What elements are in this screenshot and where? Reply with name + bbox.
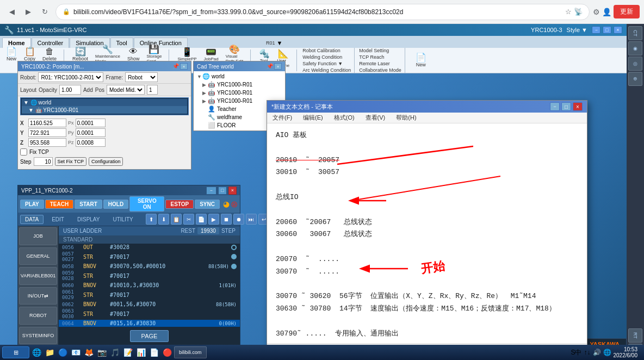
remote-laser-label[interactable]: Remote Laser [359, 61, 390, 66]
taskbar-red-icon[interactable]: 🔴 [161, 346, 173, 358]
maximize-btn[interactable]: □ [603, 26, 611, 34]
sync-btn[interactable]: SYNC [195, 200, 220, 209]
vpp-icon-6[interactable]: ▶ [208, 214, 219, 225]
vpp-tab-data[interactable]: DATA [20, 215, 44, 224]
fix-tcp-checkbox[interactable] [20, 148, 27, 156]
taskbar-mail-icon[interactable]: 📧 [70, 346, 82, 358]
star-icon[interactable]: ☆ [565, 8, 572, 16]
extensions-icon[interactable]: ⚙ [593, 8, 600, 16]
robot-select[interactable]: R01: YRC1000-2-R01 [38, 72, 103, 82]
taskbar-media-icon[interactable]: 🎵 [109, 346, 121, 358]
right-btn-view2[interactable]: ◉ [628, 41, 642, 55]
notepad-body[interactable]: AIO 基板 20010 ˜ 20057 30010 ˜ 30057 总线IO … [267, 123, 587, 343]
code-line-0056[interactable]: 0056 OUT #30028 [59, 244, 240, 251]
z-input[interactable] [28, 138, 66, 147]
world-item[interactable]: ▼ 🌐 world [22, 99, 187, 106]
vpp-icon-5[interactable]: 📄 [196, 214, 207, 225]
vpp-icon-1[interactable]: ⬆ [146, 214, 157, 225]
variable-nav-btn[interactable]: VARIABLE B001 [19, 267, 57, 285]
taskbar-explorer-icon[interactable]: 📁 [44, 346, 55, 358]
y-inc-input[interactable] [76, 128, 106, 137]
collaborative-mode-label[interactable]: Collaborative Mode [359, 67, 401, 73]
code-line-0058[interactable]: 0058 BNOV #30070,500,#00010 88(58H) [59, 263, 240, 270]
code-line-0063[interactable]: 0063 0030 STR #70017 [59, 308, 240, 320]
taskbar-bilibili-item[interactable]: bilibili.com [174, 346, 207, 358]
taskbar-chrome-icon[interactable]: 🔵 [57, 346, 69, 358]
robot-nav-btn[interactable]: ROBOT [19, 307, 57, 325]
address-bar[interactable]: 🔒 bilibili.com/video/BV1FG411a76E/?spm_i… [55, 4, 590, 20]
menu-format[interactable]: 格式(O) [332, 114, 357, 122]
welding-condition-label[interactable]: Welding Condition [302, 54, 342, 60]
panel-cad-dock[interactable]: 📌 [267, 63, 273, 70]
vpp-icon-4[interactable]: ✂ [183, 214, 194, 225]
code-line-0064[interactable]: 0064 BNOV #015,16,#30830 0(00H) [59, 320, 240, 327]
taskbar-pdf-icon[interactable]: 📄 [148, 346, 160, 358]
menu-help[interactable]: 帮助(H) [394, 114, 418, 122]
cast-icon[interactable]: 📡 [574, 8, 583, 16]
code-line-0062[interactable]: 0062 BNOV #001,56,#30070 88(58H) [59, 301, 240, 308]
code-line-0060[interactable]: 0060 BNOV #10010,3,#30030 1(01H) [59, 282, 240, 289]
back-button[interactable]: ◀ [4, 4, 20, 20]
notepad-maximize-btn[interactable]: □ [561, 102, 571, 111]
page-btn[interactable]: PAGE [130, 330, 169, 342]
in-out-nav-btn[interactable]: IN/OUT ⇄ [19, 287, 57, 305]
code-line-0061[interactable]: 0061 0029 STR #70017 [59, 289, 240, 301]
x-input[interactable] [28, 119, 66, 127]
system-info-nav-btn[interactable]: SYSTEM INFO [19, 327, 57, 345]
vpp-tab-edit[interactable]: EDIT [47, 215, 69, 224]
hold-btn[interactable]: HOLD [103, 200, 128, 209]
menu-file[interactable]: 文件(F) [270, 114, 294, 122]
taskbar-firefox-icon[interactable]: 🦊 [83, 346, 95, 358]
notepad-close-btn[interactable]: × [573, 102, 583, 111]
estop-btn[interactable]: ESTOP [165, 200, 194, 209]
ribbon-btn-simplepp[interactable]: 📱 SimplePP [175, 46, 199, 63]
robot-calibration-label[interactable]: Robot Calibration [302, 48, 340, 53]
step-input[interactable] [34, 157, 53, 166]
vpp-close-btn[interactable]: × [228, 187, 237, 195]
right-btn-view3[interactable]: ◎ [628, 57, 642, 71]
tcp-reach-label[interactable]: TCP Reach [359, 54, 384, 60]
safety-function-label[interactable]: Safety Function ▼ [302, 61, 343, 66]
forward-button[interactable]: ▶ [21, 4, 36, 20]
minimize-btn[interactable]: － [592, 26, 600, 34]
close-btn[interactable]: × [614, 26, 622, 34]
panel-vrc-close[interactable]: × [180, 63, 188, 70]
panel-vrc-dock[interactable]: 📌 [172, 63, 179, 70]
right-btn-rt[interactable]: RT [628, 328, 642, 343]
opacity-input[interactable] [59, 85, 81, 95]
refresh-button[interactable]: ↻ [37, 4, 52, 20]
taskbar-notepad-icon[interactable]: 📝 [122, 346, 134, 358]
right-btn-view4[interactable]: ⊕ [628, 72, 642, 86]
vpp-minimize-btn[interactable]: － [206, 187, 216, 195]
z-inc-input[interactable] [76, 138, 106, 147]
user-icon[interactable]: 👤 [602, 8, 611, 16]
tray-globe-icon[interactable]: 🌐 [603, 349, 611, 356]
code-line-0059[interactable]: 0059 0028 STR #70017 [59, 270, 240, 282]
model-select[interactable]: Model Mid. [107, 85, 145, 95]
taskbar-camera-icon[interactable]: 📷 [96, 346, 108, 358]
vpp-icon-7[interactable]: ⏹ [221, 214, 232, 225]
model-setting-label[interactable]: Model Setting [359, 48, 389, 53]
x-inc-input[interactable] [76, 119, 106, 127]
taskbar-ie-icon[interactable]: 🌐 [30, 346, 42, 358]
tree-item-world[interactable]: ▼ 🌐 world [195, 72, 284, 80]
vpp-icon-8[interactable]: ⏺ [233, 214, 244, 225]
panel-cad-close[interactable]: × [274, 63, 282, 70]
general-nav-btn[interactable]: GENERAL [19, 247, 57, 265]
model-num-input[interactable] [147, 85, 158, 95]
ribbon-btn-new2[interactable]: 📄 New [413, 52, 429, 69]
vpp-icon-9[interactable]: ⏭ [246, 214, 257, 225]
job-nav-btn[interactable]: JOB [19, 227, 57, 245]
menu-view[interactable]: 查看(V) [363, 114, 388, 122]
panel-vpp[interactable]: VPP_11_YRC1000-2 － □ × PLAY TEACH START … [17, 185, 240, 360]
configuration-btn[interactable]: Configuration [89, 157, 123, 166]
vpp-maximize-btn[interactable]: □ [218, 187, 226, 195]
panel-vrc[interactable]: YRC1000-2: Position [m... 📌 × Robot: R01… [17, 61, 191, 170]
tray-volume-icon[interactable]: 🔊 [593, 349, 601, 356]
start-button[interactable]: ⊞ [2, 346, 29, 358]
vpp-icon-3[interactable]: 📋 [171, 214, 182, 225]
right-btn-ct[interactable]: CT [628, 26, 642, 40]
y-input[interactable] [28, 128, 66, 137]
robot-dropdown-icon[interactable]: ▼ [277, 40, 283, 46]
start-btn[interactable]: START [75, 200, 102, 209]
